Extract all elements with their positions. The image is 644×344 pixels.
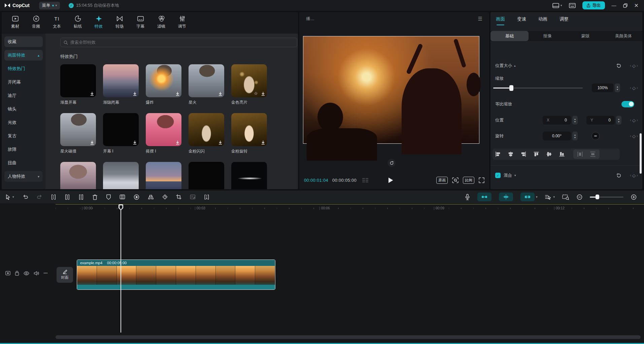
search-input[interactable] xyxy=(70,40,294,45)
download-icon[interactable] xyxy=(261,92,265,96)
effect-thumbnail[interactable] xyxy=(103,64,139,97)
tab-transitions[interactable]: 转场 xyxy=(111,15,128,29)
tab-sticker[interactable]: 贴纸 xyxy=(70,15,86,29)
hamburger-icon[interactable]: ☰ xyxy=(478,16,482,22)
tab-media[interactable]: 素材 xyxy=(7,15,23,29)
position-y-stepper[interactable]: ▲▼ xyxy=(616,116,621,125)
effect-thumbnail[interactable] xyxy=(231,162,267,189)
video-canvas[interactable] xyxy=(303,36,479,144)
detach-audio-button[interactable] xyxy=(204,194,209,200)
keyframe-control[interactable]: ‹◇› xyxy=(630,173,638,178)
track-mode-icon[interactable] xyxy=(5,271,10,275)
effect-thumbnail[interactable] xyxy=(146,64,181,97)
tab-audio[interactable]: 音频 xyxy=(28,15,44,29)
speed-button[interactable] xyxy=(134,194,139,200)
collapse-icon[interactable]: ▴ xyxy=(514,64,516,67)
menu-button[interactable]: 菜单 ▾ xyxy=(39,2,60,9)
slider-handle[interactable] xyxy=(509,85,513,91)
keyframe-control[interactable]: ‹◇› xyxy=(630,134,638,139)
fullscreen-icon[interactable] xyxy=(479,177,484,183)
uniform-scale-toggle[interactable] xyxy=(621,101,634,107)
close-button[interactable]: ✕ xyxy=(634,2,639,9)
position-x-stepper[interactable]: ▲▼ xyxy=(572,116,578,125)
scale-stepper[interactable]: ▲▼ xyxy=(615,83,620,92)
export-button[interactable]: 导出 xyxy=(582,1,605,9)
levels-icon[interactable] xyxy=(362,177,369,183)
align-right-icon[interactable] xyxy=(521,151,526,157)
effect-card[interactable]: 金粉闪闪 xyxy=(189,113,224,154)
download-icon[interactable] xyxy=(218,92,223,96)
delete-button[interactable] xyxy=(92,194,98,200)
distribute-vertical-icon[interactable] xyxy=(590,151,596,157)
sidebar-item-retro[interactable]: 复古 xyxy=(4,131,43,141)
align-center-vertical-icon[interactable] xyxy=(546,151,552,157)
zoom-in-button[interactable] xyxy=(631,194,637,200)
distribute-horizontal-icon[interactable] xyxy=(577,151,583,157)
lock-icon[interactable] xyxy=(15,271,19,276)
tab-captions[interactable]: 字幕 xyxy=(132,15,148,29)
sidebar-item-distort[interactable]: 扭曲 xyxy=(4,158,43,168)
keyframe-control[interactable]: ‹◇› xyxy=(630,118,638,123)
snap-toggle[interactable] xyxy=(477,193,492,201)
subtab-beauty[interactable]: 美颜美体 xyxy=(604,31,642,41)
tab-picture[interactable]: 画面 xyxy=(496,16,505,22)
original-quality-button[interactable]: 原画 xyxy=(436,177,448,184)
align-left-icon[interactable] xyxy=(495,151,501,157)
zoom-out-button[interactable] xyxy=(577,194,582,200)
select-tool-button[interactable]: ▾ xyxy=(5,194,14,200)
inspector-scrollbar[interactable] xyxy=(640,133,642,174)
align-bottom-icon[interactable] xyxy=(559,151,565,157)
record-voiceover-button[interactable] xyxy=(465,194,470,200)
effect-thumbnail[interactable] xyxy=(103,113,139,146)
download-icon[interactable] xyxy=(90,92,94,96)
effect-thumbnail[interactable]: ☆ xyxy=(231,64,267,97)
timeline-zoom-slider[interactable] xyxy=(590,197,623,198)
reset-icon[interactable] xyxy=(616,63,621,68)
play-button[interactable] xyxy=(388,177,393,183)
subtab-basic[interactable]: 基础 xyxy=(490,31,529,41)
effect-card[interactable]: 摇摆 I xyxy=(146,113,181,154)
chevron-down-icon[interactable]: ▾ xyxy=(536,195,538,199)
effects-search[interactable] xyxy=(60,38,297,47)
ratio-button[interactable]: 比例 xyxy=(463,177,474,184)
slider-handle[interactable] xyxy=(596,195,599,199)
star-icon[interactable]: ☆ xyxy=(254,91,258,96)
sidebar-item-favorites[interactable]: 收藏 xyxy=(4,36,43,47)
align-center-horizontal-icon[interactable] xyxy=(508,151,513,157)
effect-card[interactable] xyxy=(103,162,139,189)
effect-card[interactable]: 金粉旋转 xyxy=(231,113,267,154)
rotate-handle[interactable] xyxy=(387,159,396,167)
rotation-value-field[interactable]: 0.00° xyxy=(543,132,571,140)
timeline-scrollbar[interactable] xyxy=(56,335,641,339)
speaker-icon[interactable] xyxy=(34,271,39,276)
tab-animation[interactable]: 动画 xyxy=(538,16,547,22)
tab-adjustment[interactable]: 调整 xyxy=(560,16,569,22)
effect-thumbnail[interactable] xyxy=(60,113,96,146)
effect-thumbnail[interactable] xyxy=(146,113,181,146)
trim-right-button[interactable] xyxy=(78,194,84,200)
position-y-field[interactable]: Y 0 xyxy=(586,116,615,125)
tab-adjust[interactable]: 调节 xyxy=(174,15,190,29)
sidebar-item-lens[interactable]: 镜头 xyxy=(4,104,43,114)
keyframe-control[interactable]: ‹◇› xyxy=(630,85,638,91)
download-icon[interactable] xyxy=(218,140,223,145)
download-icon[interactable] xyxy=(175,92,180,96)
sidebar-item-character-effects[interactable]: 人物特效▾ xyxy=(4,171,43,182)
linkage-toggle[interactable] xyxy=(499,193,513,201)
effect-thumbnail[interactable] xyxy=(189,162,224,189)
sidebar-item-glitch[interactable]: 故障 xyxy=(4,144,43,155)
more-icon[interactable]: ⋯ xyxy=(43,271,48,276)
download-icon[interactable] xyxy=(90,140,94,145)
blend-checkbox[interactable]: ✓ xyxy=(495,173,501,178)
tab-speed[interactable]: 变速 xyxy=(517,16,526,22)
effect-card[interactable]: 渐显开幕 xyxy=(60,64,96,105)
redo-button[interactable] xyxy=(37,194,42,200)
cover-button[interactable]: 封面 xyxy=(57,267,73,283)
position-x-field[interactable]: X 0 xyxy=(543,116,571,125)
effect-thumbnail[interactable] xyxy=(189,64,224,97)
scale-slider[interactable] xyxy=(493,88,583,89)
download-icon[interactable] xyxy=(133,92,137,96)
download-icon[interactable] xyxy=(261,140,265,145)
sidebar-item-light[interactable]: 光效 xyxy=(4,117,43,128)
video-clip[interactable]: example.mp4 00:00:05:00 xyxy=(77,260,275,290)
